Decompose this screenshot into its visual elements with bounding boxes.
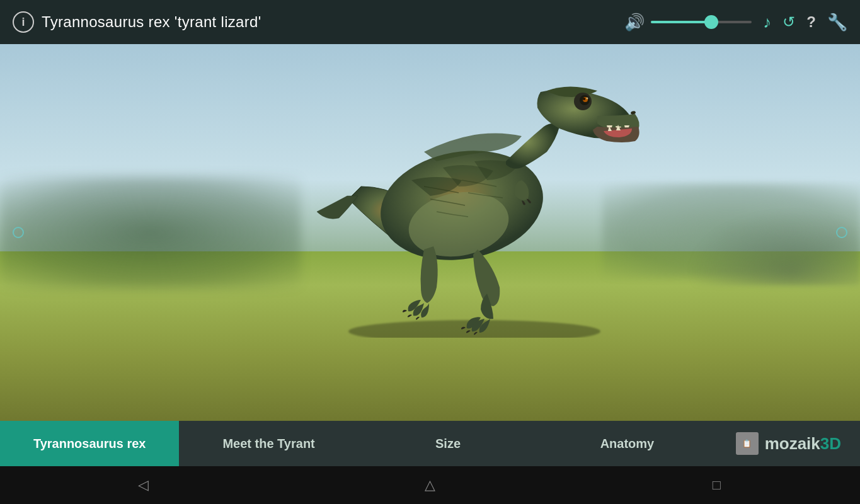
mozaik-name-suffix: 3D — [820, 434, 841, 453]
tab-bar: Tyrannosaurus rex Meet the Tyrant Size A… — [0, 421, 860, 466]
rotate-icon[interactable]: ↺ — [783, 13, 795, 31]
info-icon[interactable]: i — [13, 11, 34, 33]
android-home-button[interactable]: △ — [411, 472, 449, 498]
toolbar-right: 🔊 ♪ ↺ ? 🔧 — [624, 13, 847, 32]
music-icon[interactable]: ♪ — [763, 13, 771, 32]
android-nav-bar: ◁ △ □ — [0, 466, 860, 504]
nav-prev-button[interactable] — [13, 227, 24, 238]
tab-size[interactable]: Size — [358, 421, 537, 466]
trex-svg — [298, 44, 676, 338]
scene-viewport[interactable] — [0, 44, 860, 421]
info-icon-label: i — [21, 16, 25, 29]
svg-point-6 — [583, 98, 585, 100]
mozaik-name-prefix: mozaik — [765, 434, 820, 453]
android-back-button[interactable]: ◁ — [125, 472, 163, 498]
volume-slider-thumb[interactable] — [704, 15, 718, 29]
title-area: i Tyrannosaurus rex 'tyrant lizard' — [13, 11, 612, 33]
svg-point-7 — [586, 98, 588, 100]
volume-slider[interactable] — [651, 21, 752, 23]
mozaik-logo: mozaik3D — [765, 434, 841, 454]
nav-next-button[interactable] — [836, 227, 847, 238]
volume-icon[interactable]: 🔊 — [624, 13, 645, 32]
volume-area: 🔊 — [624, 13, 752, 32]
bg-trees-left — [0, 176, 301, 289]
tab-anatomy[interactable]: Anatomy — [537, 421, 716, 466]
help-icon[interactable]: ? — [806, 13, 816, 31]
app-title: Tyrannosaurus rex 'tyrant lizard' — [42, 13, 261, 31]
tab-meet-the-tyrant[interactable]: Meet the Tyrant — [179, 421, 358, 466]
volume-slider-fill — [651, 21, 711, 23]
mozaik-brand: 📋 mozaik3D — [717, 421, 860, 466]
android-recent-button[interactable]: □ — [698, 472, 736, 498]
mozaik-document-icon: 📋 — [736, 432, 759, 455]
bg-mountain — [688, 210, 860, 285]
tab-tyrannosaurus-rex[interactable]: Tyrannosaurus rex — [0, 421, 179, 466]
settings-icon[interactable]: 🔧 — [827, 13, 847, 32]
top-bar: i Tyrannosaurus rex 'tyrant lizard' 🔊 ♪ … — [0, 0, 860, 44]
trex-model — [298, 44, 676, 338]
